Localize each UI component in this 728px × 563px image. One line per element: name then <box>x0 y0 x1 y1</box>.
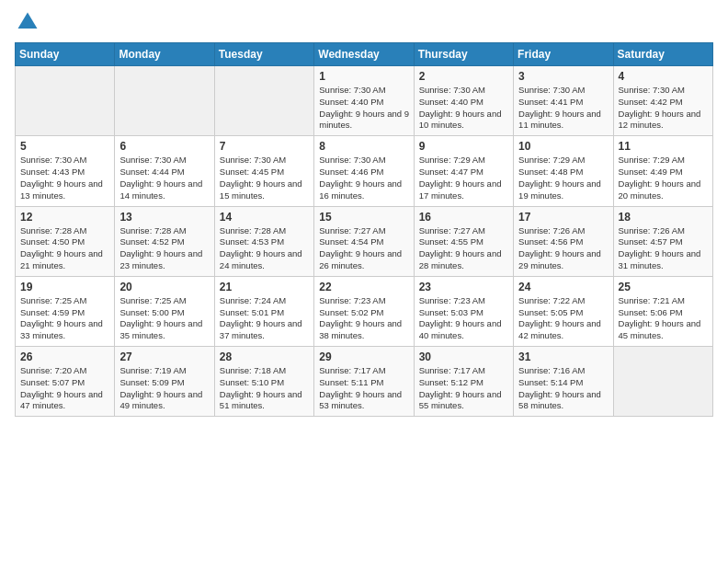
day-info: Sunrise: 7:29 AMSunset: 4:47 PMDaylight:… <box>419 155 509 201</box>
calendar-cell: 1Sunrise: 7:30 AMSunset: 4:40 PMDaylight… <box>314 66 414 136</box>
calendar-cell: 12Sunrise: 7:28 AMSunset: 4:50 PMDayligh… <box>16 206 115 276</box>
calendar-cell: 18Sunrise: 7:26 AMSunset: 4:57 PMDayligh… <box>613 206 712 276</box>
day-number: 27 <box>119 350 210 363</box>
calendar-cell: 23Sunrise: 7:23 AMSunset: 5:03 PMDayligh… <box>414 276 513 346</box>
day-number: 25 <box>619 281 709 293</box>
weekday-header: Saturday <box>613 43 712 66</box>
calendar-cell <box>115 66 214 136</box>
day-info: Sunrise: 7:17 AMSunset: 5:12 PMDaylight:… <box>419 365 509 412</box>
day-info: Sunrise: 7:30 AMSunset: 4:41 PMDaylight:… <box>518 85 609 132</box>
day-number: 12 <box>20 211 110 224</box>
weekday-header: Monday <box>115 43 214 66</box>
calendar-cell: 13Sunrise: 7:28 AMSunset: 4:52 PMDayligh… <box>115 206 214 276</box>
weekday-header: Sunday <box>16 43 115 66</box>
day-number: 3 <box>518 70 609 83</box>
day-number: 21 <box>220 281 310 293</box>
calendar-week-row: 26Sunrise: 7:20 AMSunset: 5:07 PMDayligh… <box>16 347 713 417</box>
calendar-cell: 15Sunrise: 7:27 AMSunset: 4:54 PMDayligh… <box>314 206 414 276</box>
day-number: 20 <box>119 281 210 293</box>
logo-icon <box>15 9 40 35</box>
day-info: Sunrise: 7:29 AMSunset: 4:49 PMDaylight:… <box>619 155 709 201</box>
weekday-header: Thursday <box>414 43 513 66</box>
calendar-cell: 10Sunrise: 7:29 AMSunset: 4:48 PMDayligh… <box>514 136 613 206</box>
day-number: 28 <box>220 350 310 363</box>
calendar-table: SundayMondayTuesdayWednesdayThursdayFrid… <box>15 42 713 417</box>
calendar-cell: 3Sunrise: 7:30 AMSunset: 4:41 PMDaylight… <box>514 66 613 136</box>
calendar-week-row: 12Sunrise: 7:28 AMSunset: 4:50 PMDayligh… <box>16 206 713 276</box>
day-info: Sunrise: 7:30 AMSunset: 4:46 PMDaylight:… <box>319 155 409 201</box>
calendar-cell: 7Sunrise: 7:30 AMSunset: 4:45 PMDaylight… <box>214 136 313 206</box>
day-info: Sunrise: 7:30 AMSunset: 4:42 PMDaylight:… <box>619 85 709 132</box>
day-info: Sunrise: 7:21 AMSunset: 5:06 PMDaylight:… <box>619 295 709 342</box>
day-info: Sunrise: 7:28 AMSunset: 4:50 PMDaylight:… <box>20 225 110 272</box>
day-number: 29 <box>319 350 409 363</box>
day-info: Sunrise: 7:26 AMSunset: 4:56 PMDaylight:… <box>518 225 609 272</box>
day-number: 24 <box>518 281 609 293</box>
svg-rect-1 <box>23 24 33 29</box>
calendar-cell: 29Sunrise: 7:17 AMSunset: 5:11 PMDayligh… <box>314 347 414 417</box>
day-number: 13 <box>119 211 210 224</box>
day-number: 18 <box>619 211 709 224</box>
day-info: Sunrise: 7:22 AMSunset: 5:05 PMDaylight:… <box>518 295 609 342</box>
calendar-cell: 6Sunrise: 7:30 AMSunset: 4:44 PMDaylight… <box>115 136 214 206</box>
calendar-cell: 16Sunrise: 7:27 AMSunset: 4:55 PMDayligh… <box>414 206 513 276</box>
day-info: Sunrise: 7:25 AMSunset: 4:59 PMDaylight:… <box>20 295 110 342</box>
header <box>15 9 713 35</box>
weekday-header: Friday <box>514 43 613 66</box>
page: SundayMondayTuesdayWednesdayThursdayFrid… <box>0 0 728 563</box>
day-number: 30 <box>419 350 509 363</box>
weekday-header: Wednesday <box>314 43 414 66</box>
calendar-cell: 5Sunrise: 7:30 AMSunset: 4:43 PMDaylight… <box>16 136 115 206</box>
day-info: Sunrise: 7:30 AMSunset: 4:45 PMDaylight:… <box>220 155 310 201</box>
weekday-header: Tuesday <box>214 43 313 66</box>
calendar-cell: 9Sunrise: 7:29 AMSunset: 4:47 PMDaylight… <box>414 136 513 206</box>
day-number: 9 <box>419 140 509 153</box>
calendar-cell: 4Sunrise: 7:30 AMSunset: 4:42 PMDaylight… <box>613 66 712 136</box>
calendar-cell: 2Sunrise: 7:30 AMSunset: 4:40 PMDaylight… <box>414 66 513 136</box>
calendar-week-row: 19Sunrise: 7:25 AMSunset: 4:59 PMDayligh… <box>16 276 713 346</box>
day-info: Sunrise: 7:19 AMSunset: 5:09 PMDaylight:… <box>119 365 210 412</box>
day-number: 16 <box>419 211 509 224</box>
calendar-cell <box>16 66 115 136</box>
day-number: 7 <box>220 140 310 153</box>
calendar-cell: 26Sunrise: 7:20 AMSunset: 5:07 PMDayligh… <box>16 347 115 417</box>
day-number: 1 <box>319 70 409 83</box>
day-info: Sunrise: 7:30 AMSunset: 4:40 PMDaylight:… <box>319 85 409 132</box>
day-info: Sunrise: 7:30 AMSunset: 4:44 PMDaylight:… <box>119 155 210 201</box>
day-info: Sunrise: 7:27 AMSunset: 4:54 PMDaylight:… <box>319 225 409 272</box>
calendar-cell: 20Sunrise: 7:25 AMSunset: 5:00 PMDayligh… <box>115 276 214 346</box>
calendar-cell: 25Sunrise: 7:21 AMSunset: 5:06 PMDayligh… <box>613 276 712 346</box>
calendar-cell: 24Sunrise: 7:22 AMSunset: 5:05 PMDayligh… <box>514 276 613 346</box>
day-number: 17 <box>518 211 609 224</box>
day-number: 2 <box>419 70 509 83</box>
day-info: Sunrise: 7:23 AMSunset: 5:03 PMDaylight:… <box>419 295 509 342</box>
day-number: 19 <box>20 281 110 293</box>
day-number: 10 <box>518 140 609 153</box>
calendar-cell: 31Sunrise: 7:16 AMSunset: 5:14 PMDayligh… <box>514 347 613 417</box>
day-number: 14 <box>220 211 310 224</box>
day-info: Sunrise: 7:30 AMSunset: 4:40 PMDaylight:… <box>419 85 509 132</box>
calendar-cell <box>214 66 313 136</box>
day-info: Sunrise: 7:17 AMSunset: 5:11 PMDaylight:… <box>319 365 409 412</box>
calendar-week-row: 1Sunrise: 7:30 AMSunset: 4:40 PMDaylight… <box>16 66 713 136</box>
day-info: Sunrise: 7:26 AMSunset: 4:57 PMDaylight:… <box>619 225 709 272</box>
day-info: Sunrise: 7:16 AMSunset: 5:14 PMDaylight:… <box>518 365 609 412</box>
day-info: Sunrise: 7:28 AMSunset: 4:53 PMDaylight:… <box>220 225 310 272</box>
day-number: 15 <box>319 211 409 224</box>
day-info: Sunrise: 7:29 AMSunset: 4:48 PMDaylight:… <box>518 155 609 201</box>
day-info: Sunrise: 7:18 AMSunset: 5:10 PMDaylight:… <box>220 365 310 412</box>
calendar-cell: 27Sunrise: 7:19 AMSunset: 5:09 PMDayligh… <box>115 347 214 417</box>
day-info: Sunrise: 7:27 AMSunset: 4:55 PMDaylight:… <box>419 225 509 272</box>
calendar-cell: 17Sunrise: 7:26 AMSunset: 4:56 PMDayligh… <box>514 206 613 276</box>
logo <box>15 9 42 35</box>
day-number: 23 <box>419 281 509 293</box>
calendar-cell: 30Sunrise: 7:17 AMSunset: 5:12 PMDayligh… <box>414 347 513 417</box>
day-number: 22 <box>319 281 409 293</box>
day-info: Sunrise: 7:28 AMSunset: 4:52 PMDaylight:… <box>119 225 210 272</box>
calendar-cell: 22Sunrise: 7:23 AMSunset: 5:02 PMDayligh… <box>314 276 414 346</box>
calendar-cell: 19Sunrise: 7:25 AMSunset: 4:59 PMDayligh… <box>16 276 115 346</box>
calendar-header-row: SundayMondayTuesdayWednesdayThursdayFrid… <box>16 43 713 66</box>
day-info: Sunrise: 7:23 AMSunset: 5:02 PMDaylight:… <box>319 295 409 342</box>
calendar-cell: 8Sunrise: 7:30 AMSunset: 4:46 PMDaylight… <box>314 136 414 206</box>
day-number: 11 <box>619 140 709 153</box>
